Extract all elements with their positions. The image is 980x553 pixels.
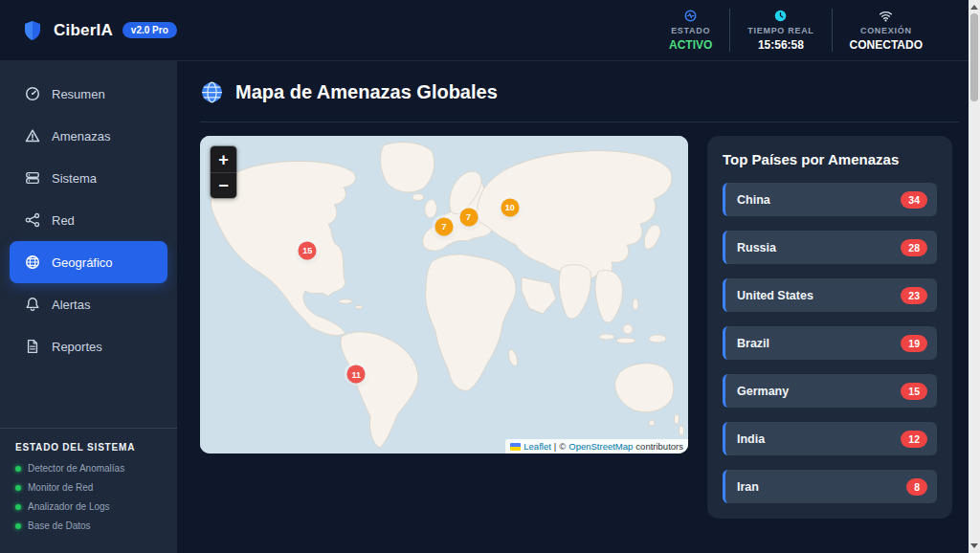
system-status-list: Detector de Anomalías Monitor de Red Ana…: [15, 463, 162, 531]
sidebar-nav-item[interactable]: Red: [10, 199, 167, 241]
country-name: Russia: [737, 241, 776, 254]
sidebar-item-label: Alertas: [52, 298, 90, 312]
country-row[interactable]: India 12: [723, 422, 937, 455]
system-status-label: Detector de Anomalías: [28, 463, 124, 474]
ukraine-flag-icon: [510, 443, 521, 451]
version-badge: v2.0 Pro: [122, 22, 177, 38]
sidebar-nav-item[interactable]: Geográfico: [10, 241, 167, 283]
scrollbar-up-arrow[interactable]: [970, 5, 978, 10]
attribution-copyright: ©: [559, 441, 566, 452]
pulse-icon: [683, 9, 698, 23]
body-row: Resumen Amenazas Sistema Red: [0, 61, 980, 553]
threat-map[interactable]: + − 15 7: [200, 136, 688, 453]
sidebar-nav-item[interactable]: Sistema: [10, 157, 167, 199]
country-row[interactable]: Germany 15: [723, 374, 937, 408]
status-dot-icon: [15, 466, 21, 472]
system-status-item: Detector de Anomalías: [15, 463, 162, 474]
sidebar-item-label: Red: [52, 213, 75, 228]
top-header: CiberIA v2.0 Pro ESTADO ACTIVO TIEMPO RE…: [0, 0, 980, 61]
system-status-title: ESTADO DEL SISTEMA: [15, 442, 162, 453]
threat-marker-count: 15: [302, 246, 312, 255]
system-status-label: Base de Datos: [28, 520, 91, 531]
sidebar-item-label: Reportes: [52, 340, 102, 354]
threat-marker[interactable]: 11: [347, 365, 366, 384]
content-row: + − 15 7: [200, 136, 959, 519]
map-attribution: Leaflet | © OpenStreetMap contributors: [505, 439, 688, 453]
sidebar-item-label: Sistema: [52, 171, 97, 186]
country-row[interactable]: China 34: [723, 183, 937, 216]
stat-value: ACTIVO: [669, 38, 712, 52]
threat-count-badge: 23: [901, 287, 927, 304]
threat-marker[interactable]: 7: [459, 208, 478, 226]
shield-logo-icon: [21, 19, 44, 42]
page-title: Mapa de Amenazas Globales: [235, 81, 498, 103]
country-name: India: [737, 432, 765, 446]
attribution-separator: |: [554, 441, 556, 452]
world-map: [200, 136, 688, 453]
stat-label: TIEMPO REAL: [747, 26, 813, 35]
country-name: Brazil: [737, 337, 769, 350]
scrollbar-down-arrow[interactable]: [970, 543, 978, 548]
zoom-in-button[interactable]: +: [211, 146, 236, 172]
scrollbar-thumb[interactable]: [970, 13, 978, 101]
bell-icon: [25, 297, 40, 312]
threat-marker-count: 7: [466, 212, 471, 222]
clock-icon: [773, 9, 788, 23]
country-name: Iran: [737, 480, 759, 494]
leaflet-link[interactable]: Leaflet: [523, 441, 551, 452]
page-title-row: Mapa de Amenazas Globales: [200, 78, 959, 122]
brand: CiberIA v2.0 Pro: [21, 19, 177, 42]
system-status-label: Monitor de Red: [28, 482, 93, 493]
zoom-out-button[interactable]: −: [211, 172, 236, 198]
sidebar-nav-item[interactable]: Alertas: [10, 283, 167, 325]
threat-marker[interactable]: 7: [435, 217, 454, 235]
brand-name: CiberIA: [54, 21, 113, 40]
globe-icon: [200, 80, 224, 104]
status-dot-icon: [15, 504, 21, 510]
system-status-item: Base de Datos: [15, 520, 162, 531]
globe-icon: [25, 254, 40, 270]
sidebar-nav-item[interactable]: Resumen: [10, 73, 167, 115]
stat-value: 15:56:58: [758, 38, 804, 52]
system-status-label: Analizador de Logs: [28, 501, 110, 512]
threat-count-badge: 28: [901, 239, 927, 256]
map-zoom-control: + −: [210, 145, 237, 199]
network-icon: [25, 212, 40, 228]
report-icon: [25, 339, 40, 354]
threat-marker[interactable]: 15: [299, 241, 317, 259]
app-root: CiberIA v2.0 Pro ESTADO ACTIVO TIEMPO RE…: [0, 0, 980, 553]
sidebar-nav-item[interactable]: Amenazas: [10, 115, 167, 157]
header-stat: CONEXIÓN CONECTADO: [832, 9, 940, 52]
stat-label: ESTADO: [671, 26, 710, 35]
stat-label: CONEXIÓN: [860, 26, 912, 35]
page-scrollbar[interactable]: [969, 0, 980, 553]
country-row[interactable]: Iran 8: [723, 470, 937, 503]
threat-marker-count: 11: [351, 369, 361, 379]
main-content: Mapa de Amenazas Globales: [177, 61, 980, 553]
sidebar-nav-item[interactable]: Reportes: [10, 325, 167, 367]
country-row[interactable]: Brazil 19: [723, 326, 937, 360]
server-icon: [25, 170, 40, 186]
header-stat: ESTADO ACTIVO: [652, 9, 729, 52]
country-row[interactable]: United States 23: [723, 278, 937, 312]
threat-marker-count: 10: [505, 203, 515, 212]
threat-marker[interactable]: 10: [501, 198, 519, 216]
wifi-icon: [879, 9, 893, 23]
threat-count-badge: 12: [901, 431, 927, 448]
country-name: Germany: [737, 385, 789, 398]
system-status-section: ESTADO DEL SISTEMA Detector de Anomalías…: [0, 428, 177, 553]
status-dot-icon: [15, 485, 21, 491]
top-countries-title: Top Países por Amenazas: [723, 151, 937, 167]
country-row[interactable]: Russia 28: [723, 231, 937, 264]
threat-count-badge: 19: [901, 335, 927, 352]
threat-count-badge: 8: [906, 478, 927, 496]
sidebar-nav: Resumen Amenazas Sistema Red: [0, 73, 177, 367]
sidebar-item-label: Amenazas: [52, 129, 110, 144]
gauge-icon: [25, 86, 40, 101]
sidebar-item-label: Resumen: [52, 87, 105, 101]
warning-icon: [25, 128, 40, 144]
country-name: China: [737, 193, 770, 207]
threat-count-badge: 34: [901, 191, 927, 209]
header-stats: ESTADO ACTIVO TIEMPO REAL 15:56:58 CONEX…: [652, 9, 940, 52]
osm-link[interactable]: OpenStreetMap: [568, 441, 633, 452]
